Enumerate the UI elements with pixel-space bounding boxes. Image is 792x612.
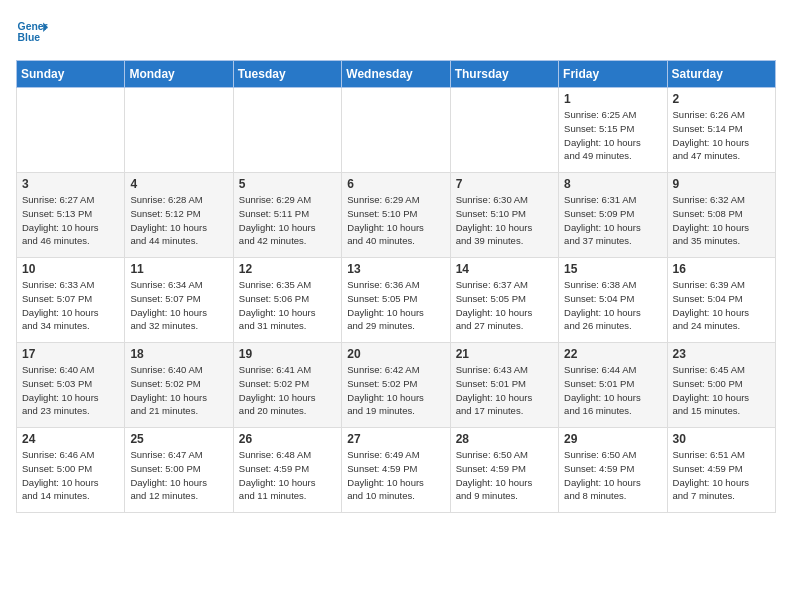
day-number: 26 — [239, 432, 336, 446]
day-info: Sunrise: 6:47 AM Sunset: 5:00 PM Dayligh… — [130, 448, 227, 503]
day-number: 21 — [456, 347, 553, 361]
day-number: 7 — [456, 177, 553, 191]
calendar-week-row: 10Sunrise: 6:33 AM Sunset: 5:07 PM Dayli… — [17, 258, 776, 343]
calendar-week-row: 3Sunrise: 6:27 AM Sunset: 5:13 PM Daylig… — [17, 173, 776, 258]
calendar-cell: 17Sunrise: 6:40 AM Sunset: 5:03 PM Dayli… — [17, 343, 125, 428]
calendar-cell: 22Sunrise: 6:44 AM Sunset: 5:01 PM Dayli… — [559, 343, 667, 428]
day-info: Sunrise: 6:45 AM Sunset: 5:00 PM Dayligh… — [673, 363, 770, 418]
day-info: Sunrise: 6:29 AM Sunset: 5:10 PM Dayligh… — [347, 193, 444, 248]
day-number: 22 — [564, 347, 661, 361]
weekday-header: Wednesday — [342, 61, 450, 88]
day-number: 24 — [22, 432, 119, 446]
calendar-cell: 8Sunrise: 6:31 AM Sunset: 5:09 PM Daylig… — [559, 173, 667, 258]
calendar-cell: 13Sunrise: 6:36 AM Sunset: 5:05 PM Dayli… — [342, 258, 450, 343]
calendar-cell — [233, 88, 341, 173]
day-number: 17 — [22, 347, 119, 361]
day-info: Sunrise: 6:36 AM Sunset: 5:05 PM Dayligh… — [347, 278, 444, 333]
day-number: 10 — [22, 262, 119, 276]
day-info: Sunrise: 6:33 AM Sunset: 5:07 PM Dayligh… — [22, 278, 119, 333]
day-number: 8 — [564, 177, 661, 191]
weekday-header: Monday — [125, 61, 233, 88]
calendar-week-row: 24Sunrise: 6:46 AM Sunset: 5:00 PM Dayli… — [17, 428, 776, 513]
day-number: 20 — [347, 347, 444, 361]
day-number: 18 — [130, 347, 227, 361]
day-info: Sunrise: 6:38 AM Sunset: 5:04 PM Dayligh… — [564, 278, 661, 333]
weekday-header: Sunday — [17, 61, 125, 88]
day-number: 27 — [347, 432, 444, 446]
calendar-cell: 11Sunrise: 6:34 AM Sunset: 5:07 PM Dayli… — [125, 258, 233, 343]
day-info: Sunrise: 6:31 AM Sunset: 5:09 PM Dayligh… — [564, 193, 661, 248]
calendar-cell: 19Sunrise: 6:41 AM Sunset: 5:02 PM Dayli… — [233, 343, 341, 428]
calendar-cell: 4Sunrise: 6:28 AM Sunset: 5:12 PM Daylig… — [125, 173, 233, 258]
day-number: 9 — [673, 177, 770, 191]
calendar-cell: 20Sunrise: 6:42 AM Sunset: 5:02 PM Dayli… — [342, 343, 450, 428]
calendar-week-row: 1Sunrise: 6:25 AM Sunset: 5:15 PM Daylig… — [17, 88, 776, 173]
day-info: Sunrise: 6:40 AM Sunset: 5:03 PM Dayligh… — [22, 363, 119, 418]
calendar-cell: 27Sunrise: 6:49 AM Sunset: 4:59 PM Dayli… — [342, 428, 450, 513]
logo: General Blue — [16, 16, 48, 48]
day-info: Sunrise: 6:50 AM Sunset: 4:59 PM Dayligh… — [564, 448, 661, 503]
day-info: Sunrise: 6:26 AM Sunset: 5:14 PM Dayligh… — [673, 108, 770, 163]
calendar-cell: 5Sunrise: 6:29 AM Sunset: 5:11 PM Daylig… — [233, 173, 341, 258]
day-info: Sunrise: 6:43 AM Sunset: 5:01 PM Dayligh… — [456, 363, 553, 418]
day-number: 23 — [673, 347, 770, 361]
day-info: Sunrise: 6:29 AM Sunset: 5:11 PM Dayligh… — [239, 193, 336, 248]
calendar-cell: 30Sunrise: 6:51 AM Sunset: 4:59 PM Dayli… — [667, 428, 775, 513]
page-header: General Blue — [16, 16, 776, 48]
calendar-cell: 3Sunrise: 6:27 AM Sunset: 5:13 PM Daylig… — [17, 173, 125, 258]
calendar-cell: 1Sunrise: 6:25 AM Sunset: 5:15 PM Daylig… — [559, 88, 667, 173]
day-info: Sunrise: 6:32 AM Sunset: 5:08 PM Dayligh… — [673, 193, 770, 248]
calendar-cell: 23Sunrise: 6:45 AM Sunset: 5:00 PM Dayli… — [667, 343, 775, 428]
svg-text:Blue: Blue — [18, 32, 41, 43]
day-number: 5 — [239, 177, 336, 191]
calendar-cell — [17, 88, 125, 173]
calendar-table: SundayMondayTuesdayWednesdayThursdayFrid… — [16, 60, 776, 513]
weekday-header: Friday — [559, 61, 667, 88]
calendar-cell: 12Sunrise: 6:35 AM Sunset: 5:06 PM Dayli… — [233, 258, 341, 343]
day-info: Sunrise: 6:42 AM Sunset: 5:02 PM Dayligh… — [347, 363, 444, 418]
day-info: Sunrise: 6:25 AM Sunset: 5:15 PM Dayligh… — [564, 108, 661, 163]
day-info: Sunrise: 6:51 AM Sunset: 4:59 PM Dayligh… — [673, 448, 770, 503]
day-info: Sunrise: 6:28 AM Sunset: 5:12 PM Dayligh… — [130, 193, 227, 248]
day-number: 30 — [673, 432, 770, 446]
calendar-cell: 25Sunrise: 6:47 AM Sunset: 5:00 PM Dayli… — [125, 428, 233, 513]
calendar-cell — [450, 88, 558, 173]
calendar-week-row: 17Sunrise: 6:40 AM Sunset: 5:03 PM Dayli… — [17, 343, 776, 428]
day-number: 16 — [673, 262, 770, 276]
calendar-cell: 28Sunrise: 6:50 AM Sunset: 4:59 PM Dayli… — [450, 428, 558, 513]
weekday-header: Tuesday — [233, 61, 341, 88]
day-number: 11 — [130, 262, 227, 276]
day-info: Sunrise: 6:50 AM Sunset: 4:59 PM Dayligh… — [456, 448, 553, 503]
day-info: Sunrise: 6:49 AM Sunset: 4:59 PM Dayligh… — [347, 448, 444, 503]
weekday-header: Saturday — [667, 61, 775, 88]
day-info: Sunrise: 6:37 AM Sunset: 5:05 PM Dayligh… — [456, 278, 553, 333]
day-info: Sunrise: 6:35 AM Sunset: 5:06 PM Dayligh… — [239, 278, 336, 333]
calendar-cell: 21Sunrise: 6:43 AM Sunset: 5:01 PM Dayli… — [450, 343, 558, 428]
day-number: 1 — [564, 92, 661, 106]
day-info: Sunrise: 6:46 AM Sunset: 5:00 PM Dayligh… — [22, 448, 119, 503]
calendar-cell — [342, 88, 450, 173]
day-number: 29 — [564, 432, 661, 446]
day-number: 28 — [456, 432, 553, 446]
day-number: 19 — [239, 347, 336, 361]
calendar-cell: 24Sunrise: 6:46 AM Sunset: 5:00 PM Dayli… — [17, 428, 125, 513]
day-info: Sunrise: 6:44 AM Sunset: 5:01 PM Dayligh… — [564, 363, 661, 418]
day-info: Sunrise: 6:34 AM Sunset: 5:07 PM Dayligh… — [130, 278, 227, 333]
calendar-cell: 26Sunrise: 6:48 AM Sunset: 4:59 PM Dayli… — [233, 428, 341, 513]
day-number: 15 — [564, 262, 661, 276]
day-number: 4 — [130, 177, 227, 191]
day-info: Sunrise: 6:48 AM Sunset: 4:59 PM Dayligh… — [239, 448, 336, 503]
calendar-cell: 6Sunrise: 6:29 AM Sunset: 5:10 PM Daylig… — [342, 173, 450, 258]
day-number: 3 — [22, 177, 119, 191]
day-number: 13 — [347, 262, 444, 276]
day-info: Sunrise: 6:27 AM Sunset: 5:13 PM Dayligh… — [22, 193, 119, 248]
calendar-cell: 7Sunrise: 6:30 AM Sunset: 5:10 PM Daylig… — [450, 173, 558, 258]
day-number: 25 — [130, 432, 227, 446]
calendar-cell: 9Sunrise: 6:32 AM Sunset: 5:08 PM Daylig… — [667, 173, 775, 258]
calendar-cell — [125, 88, 233, 173]
calendar-cell: 16Sunrise: 6:39 AM Sunset: 5:04 PM Dayli… — [667, 258, 775, 343]
day-info: Sunrise: 6:30 AM Sunset: 5:10 PM Dayligh… — [456, 193, 553, 248]
calendar-cell: 18Sunrise: 6:40 AM Sunset: 5:02 PM Dayli… — [125, 343, 233, 428]
calendar-cell: 14Sunrise: 6:37 AM Sunset: 5:05 PM Dayli… — [450, 258, 558, 343]
day-info: Sunrise: 6:40 AM Sunset: 5:02 PM Dayligh… — [130, 363, 227, 418]
